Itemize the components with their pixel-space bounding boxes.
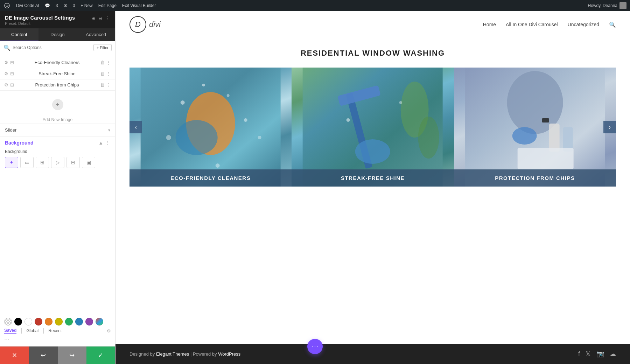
- cancel-button[interactable]: ✕: [0, 346, 29, 364]
- filter-label: Filter: [100, 46, 108, 50]
- settings-icon-0[interactable]: ⚙: [4, 60, 8, 65]
- avatar: [620, 2, 626, 9]
- filter-icon: +: [97, 46, 99, 50]
- swatch-yellow[interactable]: [55, 318, 63, 326]
- howdy-text: Howdy, Deanna: [588, 3, 618, 8]
- duplicate-icon-2[interactable]: ⊞: [10, 82, 14, 88]
- swatch-white[interactable]: [24, 318, 32, 326]
- swatch-custom[interactable]: [96, 318, 103, 326]
- delete-icon-1[interactable]: 🗑: [100, 71, 105, 76]
- undo-button[interactable]: ↩: [29, 346, 57, 364]
- svg-point-18: [346, 118, 350, 122]
- more-options-icon[interactable]: ⋮: [105, 15, 110, 21]
- new-link[interactable]: + New: [80, 3, 92, 8]
- color-tab-global[interactable]: Global: [27, 328, 39, 333]
- color-tab-settings-icon[interactable]: ⚙: [107, 328, 111, 334]
- divi-code-ai-link[interactable]: Divi Code AI: [16, 3, 39, 8]
- tab-content[interactable]: Content: [0, 28, 38, 41]
- bg-type-gradient[interactable]: ▭: [20, 157, 34, 168]
- redo-button[interactable]: ↪: [58, 346, 86, 364]
- panel-header-icons: ⊞ ⊟ ⋮: [91, 15, 110, 21]
- svg-point-11: [216, 163, 220, 168]
- carousel-caption-1: STREAK-FREE SHINE: [292, 169, 454, 187]
- swatch-blue[interactable]: [75, 318, 83, 326]
- svg-point-15: [355, 139, 390, 164]
- add-new-image-button[interactable]: +: [0, 93, 115, 117]
- bg-type-image[interactable]: ⊞: [36, 157, 49, 168]
- comments-count[interactable]: 3: [56, 3, 58, 8]
- swatch-black[interactable]: [14, 318, 22, 326]
- footer-twitter-icon[interactable]: 𝕏: [586, 350, 591, 358]
- filter-button[interactable]: + Filter: [93, 44, 112, 51]
- panel-tabs: Content Design Advanced: [0, 28, 115, 41]
- settings-icon-1[interactable]: ⚙: [4, 71, 8, 76]
- panel-preset: Preset: Default: [5, 21, 75, 26]
- logo-text: divi: [149, 20, 161, 29]
- tab-advanced[interactable]: Advanced: [77, 28, 115, 41]
- more-icon-0[interactable]: ⋮: [106, 60, 111, 65]
- bg-type-mask[interactable]: ▣: [82, 157, 95, 168]
- nav-home[interactable]: Home: [483, 22, 496, 27]
- color-tab-recent[interactable]: Recent: [48, 328, 62, 333]
- footer-instagram-icon[interactable]: 📷: [596, 350, 604, 358]
- more-icon-1[interactable]: ⋮: [106, 71, 111, 76]
- duplicate-icon-1[interactable]: ⊞: [10, 71, 14, 76]
- image-item-1: ⚙ ⊞ Streak-Free Shine 🗑 ⋮: [0, 68, 115, 79]
- delete-icon-2[interactable]: 🗑: [100, 82, 105, 88]
- comment-count[interactable]: 0: [73, 3, 75, 8]
- color-tab-saved[interactable]: Saved: [4, 328, 16, 334]
- swatch-transparent[interactable]: [4, 318, 12, 326]
- slider-section-header[interactable]: Slider ▾: [0, 124, 115, 136]
- image-item-label-1[interactable]: Streak-Free Shine: [17, 71, 97, 76]
- image-item-label-2[interactable]: Protection from Chips: [17, 82, 97, 88]
- background-collapse-icon[interactable]: ▲: [98, 140, 103, 146]
- save-button[interactable]: ✓: [86, 346, 115, 364]
- user-menu[interactable]: Howdy, Deanna: [588, 2, 627, 9]
- bg-type-color[interactable]: ✦: [5, 157, 18, 168]
- footer-rss-icon[interactable]: ☁: [610, 350, 616, 358]
- swatch-red[interactable]: [35, 318, 42, 326]
- footer-wordpress-link[interactable]: WordPress: [218, 351, 240, 357]
- swatch-green[interactable]: [65, 318, 73, 326]
- more-icon-2[interactable]: ⋮: [106, 82, 111, 88]
- nav-uncategorized[interactable]: Uncategorized: [568, 22, 599, 27]
- delete-icon-0[interactable]: 🗑: [100, 60, 105, 65]
- bg-type-pattern[interactable]: ⊟: [66, 157, 80, 168]
- footer-elegant-themes-link[interactable]: Elegant Themes: [156, 351, 189, 357]
- svg-point-7: [244, 118, 247, 122]
- edit-page-link[interactable]: Edit Page: [98, 3, 117, 8]
- collapse-icon[interactable]: ⊞: [91, 15, 96, 21]
- wp-logo-icon[interactable]: W: [4, 2, 10, 9]
- swatch-orange[interactable]: [45, 318, 52, 326]
- nav-carousel[interactable]: All In One Divi Carousel: [506, 22, 558, 27]
- svg-rect-25: [563, 127, 573, 152]
- exit-builder-link[interactable]: Exit Visual Builder: [122, 3, 156, 8]
- dots-menu-icon[interactable]: ···: [4, 335, 111, 343]
- site-search-icon[interactable]: 🔍: [609, 21, 616, 28]
- carousel-item-2: PROTECTION FROM CHIPS: [454, 68, 616, 187]
- svg-rect-24: [542, 118, 549, 122]
- expand-icon[interactable]: ⊟: [98, 15, 103, 21]
- tab-design[interactable]: Design: [38, 28, 77, 41]
- carousel-next-button[interactable]: ›: [603, 121, 616, 133]
- duplicate-icon-0[interactable]: ⊞: [10, 60, 14, 65]
- fab-button[interactable]: ⋯: [307, 339, 323, 354]
- bg-type-video[interactable]: ▷: [51, 157, 64, 168]
- carousel-prev-button[interactable]: ‹: [130, 121, 142, 133]
- footer-facebook-icon[interactable]: f: [578, 350, 580, 358]
- background-section: Background ▲ ⋮ Background ✦ ▭ ⊞ ▷ ⊟ ▣: [0, 136, 115, 172]
- carousel-caption-2: PROTECTION FROM CHIPS: [454, 169, 616, 187]
- search-bar: 🔍 + Filter: [0, 41, 115, 54]
- image-item-label-0[interactable]: Eco-Friendly Cleaners: [17, 60, 97, 65]
- svg-point-19: [399, 101, 402, 104]
- main-content: RESIDENTIAL WINDOW WASHING ‹: [115, 38, 630, 344]
- background-more-icon[interactable]: ⋮: [105, 140, 110, 146]
- site-header: D divi Home All In One Divi Carousel Unc…: [115, 11, 630, 38]
- logo-circle: D: [130, 16, 146, 33]
- swatch-purple[interactable]: [85, 318, 93, 326]
- footer-text: Designed by Elegant Themes | Powered by …: [130, 351, 240, 357]
- carousel: ‹: [130, 68, 616, 187]
- search-input[interactable]: [13, 45, 91, 50]
- add-new-plus-icon: +: [52, 99, 63, 110]
- settings-icon-2[interactable]: ⚙: [4, 82, 8, 88]
